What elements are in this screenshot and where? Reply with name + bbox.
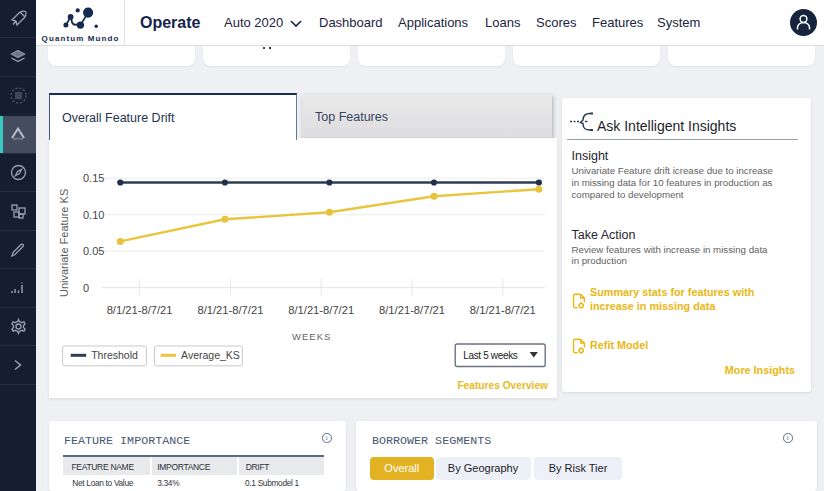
svg-text:Univariate Feature KS: Univariate Feature KS xyxy=(58,188,70,296)
svg-text:0.10: 0.10 xyxy=(83,208,104,220)
svg-text:8/1/21-8/7/21: 8/1/21-8/7/21 xyxy=(470,304,536,316)
svg-text:WEEKS: WEEKS xyxy=(292,331,331,342)
svg-text:0.15: 0.15 xyxy=(83,172,104,184)
svg-text:8/1/21-8/7/21: 8/1/21-8/7/21 xyxy=(107,304,173,316)
svg-text:0: 0 xyxy=(83,281,89,293)
svg-text:8/1/21-8/7/21: 8/1/21-8/7/21 xyxy=(197,304,263,316)
svg-text:8/1/21-8/7/21: 8/1/21-8/7/21 xyxy=(288,304,354,316)
svg-text:Threshold: Threshold xyxy=(91,348,138,360)
svg-text:Last 5 weeks: Last 5 weeks xyxy=(463,349,518,360)
svg-text:Average_KS: Average_KS xyxy=(181,348,240,360)
svg-text:8/1/21-8/7/21: 8/1/21-8/7/21 xyxy=(379,304,445,316)
svg-text:0.05: 0.05 xyxy=(83,245,104,257)
svg-text:Features Overview: Features Overview xyxy=(457,379,548,390)
